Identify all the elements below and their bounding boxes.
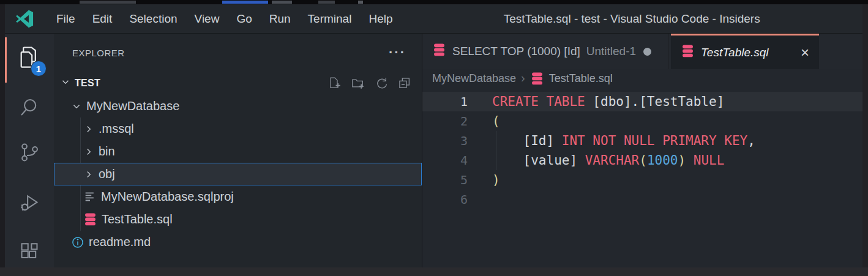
editor-indent-guide [496, 131, 496, 170]
tab-title: SELECT TOP (1000) [Id] [452, 45, 580, 58]
menu-item-run[interactable]: Run [261, 4, 299, 33]
background-fragment [222, 1, 268, 4]
editor-tabs: SELECT TOP (1000) [Id]Untitled-1TestTabl… [422, 34, 862, 69]
vscode-window-screenshot: FileEditSelectionViewGoRunTerminalHelp T… [0, 0, 868, 276]
code-line-3[interactable]: 3 [Id] INT NOT NULL PRIMARY KEY, [422, 131, 862, 151]
code-line-5[interactable]: 5) [422, 170, 862, 190]
chevron-down-icon [71, 101, 82, 112]
tree-item--mssql[interactable]: .mssql [54, 117, 422, 140]
background-fragment [358, 1, 363, 4]
close-icon[interactable]: × [801, 45, 809, 60]
breadcrumb: MyNewDatabase›TestTable.sql [422, 69, 862, 88]
breadcrumb-item[interactable]: MyNewDatabase [432, 72, 516, 85]
tree-item-label: bin [99, 144, 115, 159]
tree-item-label: readme.md [89, 235, 151, 249]
tree-item-bin[interactable]: bin [54, 140, 422, 163]
tree-item-obj[interactable]: obj [54, 163, 422, 185]
sidebar-title: EXPLORER [72, 48, 125, 58]
window-bottom-edge [0, 267, 868, 276]
menu-item-selection[interactable]: Selection [121, 4, 185, 33]
extensions-icon [19, 242, 40, 266]
activity-item-extensions[interactable] [5, 237, 54, 271]
window-right-edge [862, 4, 868, 267]
new-file-icon[interactable] [327, 76, 342, 91]
line-number: 1 [422, 92, 476, 111]
tree-item-testtable-sql[interactable]: TestTable.sql [54, 208, 422, 231]
menu-item-file[interactable]: File [48, 4, 84, 33]
menu-item-terminal[interactable]: Terminal [299, 4, 361, 33]
tree-item-label: MyNewDatabase.sqlproj [101, 190, 234, 204]
activity-item-explorer[interactable]: 1 [5, 42, 54, 76]
chevron-right-icon [83, 146, 94, 157]
code-text: ( [476, 111, 500, 131]
modified-dot-icon [643, 48, 651, 56]
tab-description: Untitled-1 [586, 45, 636, 58]
sidebar-header: EXPLORER ··· [54, 34, 422, 72]
line-number: 3 [422, 131, 476, 151]
background-fragment [272, 1, 292, 4]
workbench: 1 EXPLORER ··· TEST MyNewDatabase.mssqlb… [5, 34, 862, 267]
activity-item-run-and-debug[interactable] [5, 187, 54, 221]
explorer-section-header[interactable]: TEST [54, 72, 422, 95]
code-line-1[interactable]: 1CREATE TABLE [dbo].[TestTable] [422, 92, 862, 111]
vscode-window: FileEditSelectionViewGoRunTerminalHelp T… [5, 4, 862, 267]
debug-icon [19, 192, 40, 215]
code-text: ) [476, 170, 500, 190]
tree-item-label: .mssql [99, 122, 134, 136]
menu-item-view[interactable]: View [186, 4, 228, 33]
collapse-all-icon[interactable] [397, 76, 412, 91]
workspace-folder-label: TEST [75, 78, 325, 89]
background-fragment [80, 1, 136, 4]
editor-tab-select-top-1000-id-[interactable]: SELECT TOP (1000) [Id]Untitled-1 [422, 34, 668, 69]
editor-tab-testtable-sql[interactable]: TestTable.sql× [671, 34, 819, 69]
refresh-icon[interactable] [374, 76, 389, 91]
activity-bar: 1 [5, 34, 54, 267]
title-bar: FileEditSelectionViewGoRunTerminalHelp T… [5, 4, 862, 34]
menu-item-go[interactable]: Go [228, 4, 260, 33]
window-title: TestTable.sql - test - Visual Studio Cod… [402, 12, 863, 26]
editor-group: SELECT TOP (1000) [Id]Untitled-1TestTabl… [422, 34, 862, 267]
code-text: [Id] INT NOT NULL PRIMARY KEY, [476, 131, 755, 151]
line-number: 2 [422, 111, 476, 131]
tree-item-label: obj [99, 167, 115, 181]
menu-bar: FileEditSelectionViewGoRunTerminalHelp [48, 4, 402, 33]
menu-item-edit[interactable]: Edit [84, 4, 121, 33]
tree-item-mynewdatabase-sqlproj[interactable]: MyNewDatabase.sqlproj [54, 185, 422, 208]
tree-item-label: TestTable.sql [102, 212, 173, 226]
code-line-6[interactable]: 6 [422, 190, 862, 209]
code-editor[interactable]: 1CREATE TABLE [dbo].[TestTable]2(3 [Id] … [422, 88, 862, 267]
activity-item-search[interactable] [5, 91, 54, 125]
tab-title: TestTable.sql [701, 46, 769, 59]
chevron-right-icon [83, 124, 94, 135]
database-icon [530, 72, 544, 86]
line-number: 5 [422, 170, 476, 190]
chevron-down-icon[interactable] [60, 76, 71, 90]
file-tree: MyNewDatabase.mssqlbinobjMyNewDatabase.s… [54, 95, 422, 267]
tree-item-mynewdatabase[interactable]: MyNewDatabase [54, 95, 422, 117]
tree-item-label: MyNewDatabase [86, 99, 179, 113]
line-number: 4 [422, 151, 476, 170]
database-icon [83, 212, 97, 226]
breadcrumb-item[interactable]: TestTable.sql [549, 72, 613, 85]
database-icon [432, 43, 446, 60]
breadcrumb-separator-icon: › [521, 71, 525, 85]
code-text: CREATE TABLE [dbo].[TestTable] [476, 92, 724, 111]
search-icon [19, 97, 40, 120]
code-line-2[interactable]: 2( [422, 111, 862, 131]
menu-item-help[interactable]: Help [360, 4, 401, 33]
source-control-icon [19, 142, 40, 165]
activity-item-source-control[interactable] [5, 136, 54, 171]
window-left-edge [0, 4, 5, 267]
explorer-badge: 1 [31, 61, 47, 76]
line-number: 6 [422, 190, 476, 209]
code-text [476, 190, 492, 209]
tree-item-readme-md[interactable]: readme.md [54, 231, 422, 253]
vscode-insiders-logo-icon [15, 9, 34, 29]
sqlproj-file-icon [83, 190, 97, 204]
info-icon [71, 236, 84, 249]
background-fragment [318, 1, 335, 4]
explorer-actions [327, 76, 412, 91]
ellipsis-icon[interactable]: ··· [389, 50, 406, 56]
code-line-4[interactable]: 4 [value] VARCHAR(1000) NULL [422, 151, 862, 170]
new-folder-icon[interactable] [351, 76, 365, 91]
